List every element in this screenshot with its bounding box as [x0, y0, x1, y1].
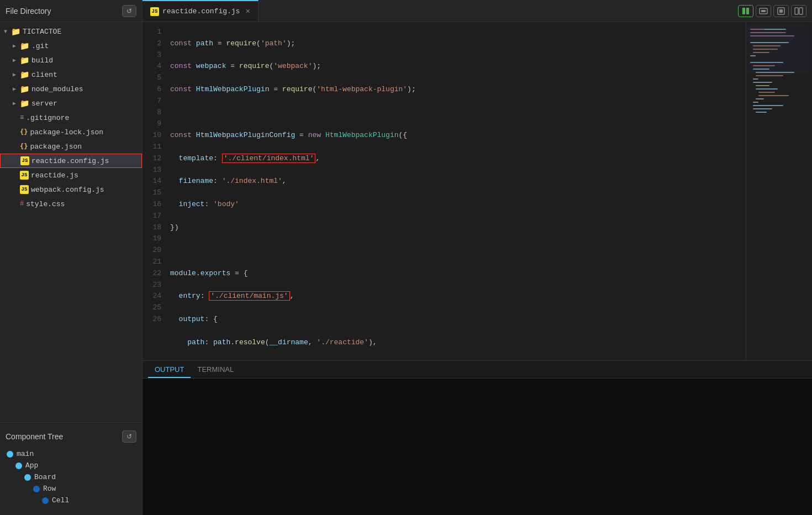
- comp-label-cell: Cell: [52, 496, 69, 505]
- toolbar-icon-3: [777, 7, 785, 15]
- comp-dot-board: [24, 474, 31, 481]
- comp-node-app[interactable]: App: [7, 460, 142, 471]
- svg-rect-25: [756, 85, 769, 86]
- toolbar-button-1[interactable]: [738, 5, 753, 17]
- svg-rect-6: [795, 8, 798, 14]
- file-icon-package-json: {}: [20, 143, 28, 150]
- tree-item-server[interactable]: ▶ 📁 server: [0, 96, 142, 111]
- svg-rect-3: [761, 10, 766, 12]
- tab-reactide-config[interactable]: JS reactide.config.js ×: [143, 0, 259, 22]
- chevron-server: ▶: [11, 100, 18, 107]
- toolbar-icon-1: [741, 7, 750, 15]
- toolbar-button-4[interactable]: [791, 5, 806, 17]
- minimap: [746, 22, 812, 360]
- tab-close-button[interactable]: ×: [245, 7, 250, 16]
- tab-output[interactable]: OUTPUT: [148, 362, 191, 378]
- file-icon-style-css: #: [20, 200, 24, 208]
- comp-dot-main: [7, 451, 13, 458]
- file-icon-gitignore: ≡: [20, 114, 24, 122]
- component-tree-header: Component Tree ↺: [0, 427, 142, 446]
- tab-terminal[interactable]: TERMINAL: [191, 362, 240, 378]
- bottom-panel: OUTPUT TERMINAL: [143, 360, 812, 515]
- sidebar: ▼ 📁 TICTACTOE ▶ 📁 .git ▶ 📁 build ▶ 📁 cli…: [0, 22, 143, 515]
- svg-rect-26: [756, 88, 778, 90]
- tree-item-build[interactable]: ▶ 📁 build: [0, 53, 142, 67]
- folder-icon-node-modules: 📁: [20, 85, 29, 94]
- folder-icon-client: 📁: [20, 70, 29, 80]
- tree-item-package-lock[interactable]: ▶ {} package-lock.json: [0, 125, 142, 139]
- tree-label-client: client: [31, 71, 57, 79]
- folder-icon-build: 📁: [20, 56, 29, 65]
- file-directory-refresh-button[interactable]: ↺: [122, 5, 136, 17]
- folder-icon-git: 📁: [20, 41, 29, 51]
- svg-rect-28: [758, 95, 789, 96]
- panel-content: [143, 379, 812, 515]
- svg-rect-1: [746, 8, 749, 14]
- file-icon-reactide-config: JS: [20, 156, 29, 165]
- tab-label: reactide.config.js: [162, 7, 240, 15]
- tree-item-gitignore[interactable]: ▶ ≡ .gitignore: [0, 111, 142, 125]
- svg-rect-30: [753, 102, 758, 103]
- svg-rect-23: [753, 78, 758, 80]
- svg-rect-27: [758, 92, 775, 93]
- component-tree-title: Component Tree: [6, 432, 63, 441]
- svg-rect-34: [747, 24, 808, 74]
- code-content[interactable]: const path = require('path'); const webp…: [170, 22, 746, 360]
- file-tree: ▼ 📁 TICTACTOE ▶ 📁 .git ▶ 📁 build ▶ 📁 cli…: [0, 22, 142, 422]
- svg-rect-7: [799, 8, 803, 14]
- comp-label-main: main: [17, 450, 34, 458]
- tab-js-icon: JS: [150, 7, 159, 16]
- toolbar-button-2[interactable]: [756, 5, 771, 17]
- file-icon-reactide: JS: [20, 171, 29, 180]
- tree-item-node-modules[interactable]: ▶ 📁 node_modules: [0, 82, 142, 96]
- tree-label-build: build: [31, 56, 53, 65]
- tree-label-git: .git: [31, 42, 49, 50]
- minimap-content: [747, 24, 808, 245]
- file-icon-webpack-config: JS: [20, 185, 29, 194]
- component-tree-refresh-button[interactable]: ↺: [122, 430, 136, 443]
- tree-label-package-lock: package-lock.json: [30, 128, 103, 136]
- comp-node-cell[interactable]: Cell: [7, 495, 142, 506]
- tree-label-reactide-config: reactide.config.js: [31, 157, 109, 165]
- comp-label-board: Board: [34, 473, 56, 481]
- comp-node-main[interactable]: main: [7, 448, 142, 460]
- top-bar: File Directory ↺ JS reactide.config.js ×: [0, 0, 812, 22]
- tree-item-reactide[interactable]: ▶ JS reactide.js: [0, 168, 142, 182]
- svg-rect-0: [742, 8, 745, 14]
- toolbar-icon-4: [794, 7, 803, 15]
- svg-rect-24: [753, 82, 772, 83]
- main-content: ▼ 📁 TICTACTOE ▶ 📁 .git ▶ 📁 build ▶ 📁 cli…: [0, 22, 812, 515]
- code-editor: 12345 678910 1112131415 1617181920 21222…: [143, 22, 812, 360]
- tree-item-style-css[interactable]: ▶ # style.css: [0, 197, 142, 211]
- tree-label-node-modules: node_modules: [31, 85, 83, 93]
- folder-icon-server: 📁: [20, 99, 29, 108]
- file-directory-title: File Directory: [6, 7, 51, 15]
- svg-rect-31: [753, 105, 783, 106]
- tab-bar: JS reactide.config.js ×: [143, 0, 738, 22]
- toolbar-button-3[interactable]: [773, 5, 789, 17]
- tree-label-style-css: style.css: [26, 200, 65, 208]
- svg-rect-32: [753, 108, 772, 109]
- comp-node-board[interactable]: Board: [7, 471, 142, 483]
- chevron-git: ▶: [11, 43, 18, 49]
- toolbar-right: [738, 5, 812, 17]
- comp-dot-app: [15, 463, 22, 469]
- tree-item-package-json[interactable]: ▶ {} package.json: [0, 139, 142, 154]
- tree-label-gitignore: .gitignore: [26, 114, 69, 122]
- chevron-node-modules: ▶: [11, 86, 18, 92]
- file-icon-package-lock: {}: [20, 128, 28, 136]
- line-numbers: 12345 678910 1112131415 1617181920 21222…: [143, 22, 170, 360]
- tree-item-webpack-config[interactable]: ▶ JS webpack.config.js: [0, 182, 142, 197]
- comp-node-row[interactable]: Row: [7, 483, 142, 495]
- tree-item-git[interactable]: ▶ 📁 .git: [0, 39, 142, 53]
- tree-item-reactide-config[interactable]: ▶ JS reactide.config.js: [0, 154, 142, 168]
- tree-label-webpack-config: webpack.config.js: [31, 186, 104, 194]
- file-directory-header: File Directory ↺: [0, 0, 143, 22]
- tree-item-client[interactable]: ▶ 📁 client: [0, 67, 142, 82]
- component-tree: main App Board Row Cell: [0, 446, 142, 511]
- tree-label-tictactoe: TICTACTOE: [23, 28, 61, 36]
- svg-rect-33: [756, 112, 767, 113]
- tree-item-tictactoe[interactable]: ▼ 📁 TICTACTOE: [0, 24, 142, 39]
- chevron-build: ▶: [11, 57, 18, 64]
- toolbar-icon-2: [759, 7, 768, 15]
